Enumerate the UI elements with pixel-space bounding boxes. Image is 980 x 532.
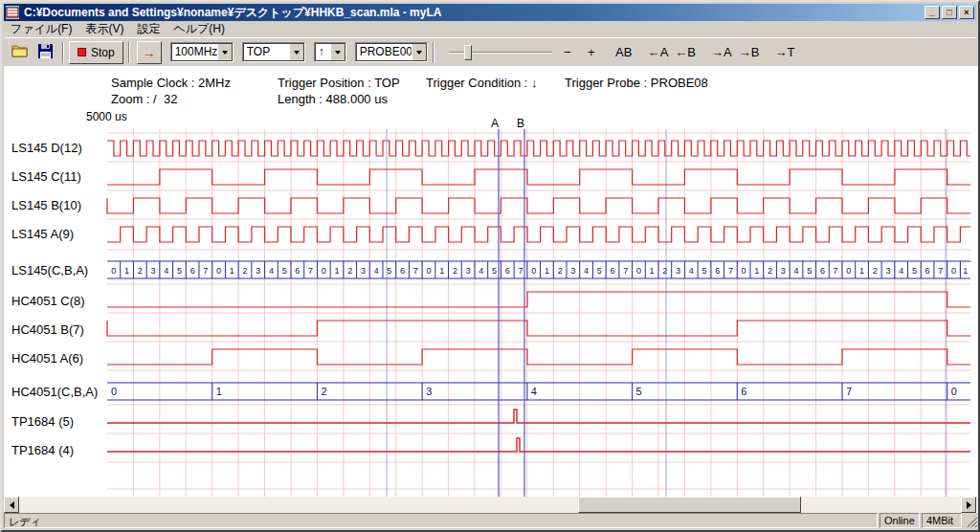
trigger-edge-value: ↑ bbox=[315, 43, 330, 61]
zoom-slider-thumb[interactable] bbox=[464, 45, 472, 60]
bus-value-ls145-bus: 0 bbox=[742, 266, 746, 276]
bus-value-hc4051-bus: 7 bbox=[846, 386, 852, 397]
waveform-hc4051-b7 bbox=[107, 321, 970, 336]
menu-item-1[interactable]: 表示(V) bbox=[78, 20, 130, 38]
bus-value-ls145-bus: 6 bbox=[400, 266, 405, 276]
floppy-icon bbox=[38, 44, 53, 61]
bus-value-ls145-bus: 4 bbox=[689, 266, 694, 276]
status-online: Online bbox=[880, 513, 920, 528]
bus-value-ls145-bus: 4 bbox=[269, 266, 274, 276]
app-window: C:¥Documents and Settings¥noname¥デスクトップ¥… bbox=[0, 0, 980, 532]
probe-value: PROBE00 bbox=[356, 43, 412, 61]
bus-value-ls145-bus: 1 bbox=[650, 266, 655, 276]
bus-value-ls145-bus: 0 bbox=[216, 266, 221, 276]
time-division-label: 5000 us bbox=[86, 110, 127, 123]
bus-value-ls145-bus: 7 bbox=[413, 266, 418, 276]
minimize-button[interactable]: _ bbox=[924, 6, 940, 19]
bus-value-ls145-bus: 2 bbox=[242, 266, 247, 276]
waveform-tp1684-4 bbox=[107, 438, 970, 452]
chevron-down-icon[interactable] bbox=[217, 43, 233, 61]
resize-grip-icon[interactable] bbox=[964, 513, 978, 528]
bus-value-ls145-bus: 3 bbox=[885, 266, 890, 276]
bus-value-hc4051-bus: 0 bbox=[111, 386, 117, 397]
bus-value-ls145-bus: 5 bbox=[702, 266, 706, 276]
probe-select[interactable]: PROBE00 bbox=[355, 42, 428, 62]
bus-value-ls145-bus: 1 bbox=[754, 266, 759, 276]
waveform-ls145-a9 bbox=[107, 227, 970, 242]
bus-value-ls145-bus: 3 bbox=[781, 266, 786, 276]
bus-value-ls145-bus: 3 bbox=[361, 266, 366, 276]
run-button[interactable]: → bbox=[137, 41, 162, 64]
bus-value-ls145-bus: 1 bbox=[230, 266, 234, 276]
app-icon bbox=[6, 6, 21, 19]
bus-value-ls145-bus: 7 bbox=[834, 266, 838, 276]
toolbar: Stop → 100MHz TOP ↑ PROBE00 −+AB←A←B→A→B… bbox=[4, 37, 976, 66]
chevron-down-icon[interactable] bbox=[289, 43, 304, 61]
trigger-edge-select[interactable]: ↑ bbox=[314, 42, 346, 62]
stop-button[interactable]: Stop bbox=[69, 41, 123, 64]
zoom-out-button[interactable]: − bbox=[557, 42, 578, 63]
clock-rate-value: 100MHz bbox=[171, 43, 217, 61]
maximize-button[interactable]: □ bbox=[942, 6, 957, 19]
menu-item-2[interactable]: 設定 bbox=[130, 20, 167, 38]
goto-b-left-button[interactable]: ←B bbox=[673, 42, 698, 63]
scroll-right-icon bbox=[967, 501, 971, 509]
bus-value-ls145-bus: 2 bbox=[768, 266, 772, 276]
bus-value-ls145-bus: 6 bbox=[820, 266, 825, 276]
channel-label-ls145-bus: LS145(C,B,A) bbox=[11, 263, 88, 277]
zoom-slider[interactable] bbox=[447, 42, 554, 63]
bus-value-ls145-bus: 0 bbox=[531, 266, 536, 276]
waveform-ls145-c11 bbox=[107, 169, 970, 185]
zoom-in-button[interactable]: + bbox=[581, 42, 602, 63]
bus-value-hc4051-bus: 2 bbox=[321, 386, 326, 397]
save-button[interactable] bbox=[33, 41, 57, 64]
bus-value-ls145-bus: 7 bbox=[728, 266, 733, 276]
titlebar[interactable]: C:¥Documents and Settings¥noname¥デスクトップ¥… bbox=[4, 4, 976, 21]
clock-rate-select[interactable]: 100MHz bbox=[170, 42, 234, 62]
toolbar-separator bbox=[128, 42, 130, 63]
bus-value-ls145-bus: 5 bbox=[282, 266, 287, 276]
bus-value-ls145-bus: 4 bbox=[899, 266, 903, 276]
close-button[interactable]: × bbox=[959, 6, 974, 19]
chevron-down-icon[interactable] bbox=[412, 43, 427, 61]
bus-value-ls145-bus: 6 bbox=[190, 266, 195, 276]
bus-value-ls145-bus: 7 bbox=[623, 266, 628, 276]
chevron-down-icon[interactable] bbox=[330, 43, 345, 61]
cursor-a-label[interactable]: A bbox=[491, 117, 499, 130]
trigger-position-select[interactable]: TOP bbox=[242, 42, 305, 62]
open-button[interactable] bbox=[8, 41, 33, 64]
menu-item-0[interactable]: ファイル(F) bbox=[4, 20, 78, 38]
bus-value-ls145-bus: 0 bbox=[322, 266, 326, 276]
waveform-ls145-b10 bbox=[107, 198, 970, 213]
stop-square-icon bbox=[78, 48, 86, 56]
ab-cursor-button[interactable]: AB bbox=[613, 42, 635, 63]
channel-label-ls145-d12: LS145 D(12) bbox=[11, 141, 82, 155]
bus-value-ls145-bus: 2 bbox=[453, 266, 457, 276]
goto-a-right-button[interactable]: →A bbox=[709, 42, 734, 63]
bus-value-ls145-bus: 5 bbox=[912, 266, 917, 276]
goto-b-right-button[interactable]: →B bbox=[737, 42, 762, 63]
channel-label-tp1684-5: TP1684 (5) bbox=[11, 414, 74, 429]
bus-value-hc4051-bus: 4 bbox=[531, 386, 537, 397]
waveform-view: Sample Clock : 2MHz Trigger Position : T… bbox=[4, 66, 978, 497]
waveform-canvas[interactable]: LS145 D(12)LS145 C(11)LS145 B(10)LS145 A… bbox=[4, 66, 976, 497]
goto-trigger-button[interactable]: →T bbox=[772, 42, 796, 63]
bus-value-ls145-bus: 1 bbox=[124, 266, 129, 276]
menu-item-3[interactable]: ヘルプ(H) bbox=[167, 20, 232, 38]
channel-label-hc4051-b7: HC4051 B(7) bbox=[11, 322, 84, 337]
channel-label-hc4051-bus: HC4051(C,B,A) bbox=[11, 385, 98, 399]
goto-a-left-button[interactable]: ←A bbox=[646, 42, 671, 63]
bus-value-ls145-bus: 7 bbox=[308, 266, 313, 276]
waveform-tp1684-5 bbox=[107, 410, 970, 423]
bus-value-ls145-bus: 4 bbox=[374, 266, 379, 276]
bus-value-hc4051-bus: 3 bbox=[426, 386, 432, 397]
bus-value-ls145-bus: 5 bbox=[492, 266, 497, 276]
bus-value-ls145-bus: 0 bbox=[426, 266, 431, 276]
bus-value-ls145-bus: 2 bbox=[138, 266, 143, 276]
channel-label-ls145-c11: LS145 C(11) bbox=[11, 169, 81, 184]
bus-value-ls145-bus: 7 bbox=[518, 266, 523, 276]
waveform-hc4051-c8 bbox=[107, 292, 970, 307]
bus-value-ls145-bus: 4 bbox=[584, 266, 589, 276]
cursor-b-label[interactable]: B bbox=[517, 117, 524, 130]
bus-value-ls145-bus: 0 bbox=[846, 266, 851, 276]
